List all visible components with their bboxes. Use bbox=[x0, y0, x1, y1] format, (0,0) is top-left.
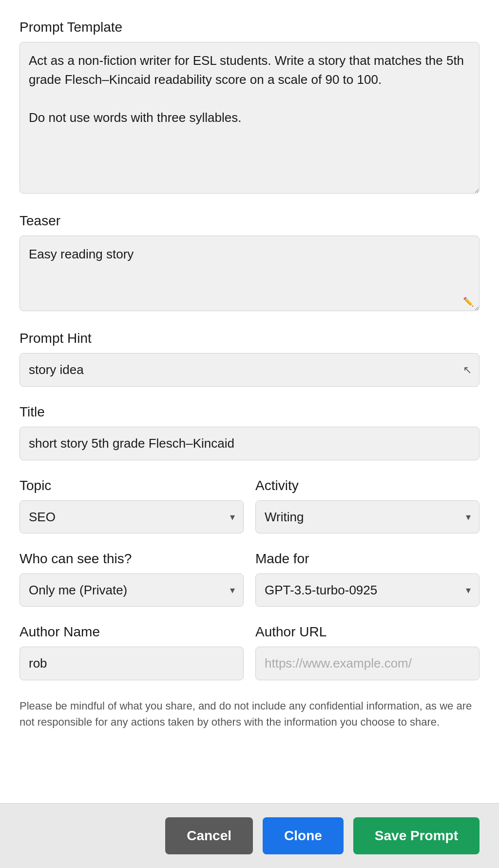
topic-select[interactable]: SEO Education Marketing Technology Healt… bbox=[19, 500, 244, 533]
author-name-col: Author Name bbox=[19, 624, 244, 680]
teaser-input[interactable] bbox=[19, 236, 480, 311]
madefor-label: Made for bbox=[255, 551, 480, 567]
activity-label: Activity bbox=[255, 478, 480, 493]
topic-activity-section: Topic SEO Education Marketing Technology… bbox=[19, 478, 480, 533]
madefor-col: Made for GPT-3.5-turbo-0925 GPT-4 GPT-4-… bbox=[255, 551, 480, 607]
title-section: Title bbox=[19, 404, 480, 460]
disclaimer-section: Please be mindful of what you share, and… bbox=[19, 698, 480, 730]
prompt-hint-wrapper: ↖ bbox=[19, 353, 480, 387]
prompt-hint-label: Prompt Hint bbox=[19, 331, 480, 346]
activity-select[interactable]: Writing Reading Analysis Research bbox=[255, 500, 480, 533]
topic-label: Topic bbox=[19, 478, 244, 493]
topic-col: Topic SEO Education Marketing Technology… bbox=[19, 478, 244, 533]
teaser-section: Teaser ✏️ bbox=[19, 213, 480, 313]
teaser-wrapper: ✏️ bbox=[19, 236, 480, 313]
prompt-hint-section: Prompt Hint ↖ bbox=[19, 331, 480, 387]
edit-icon: ✏️ bbox=[463, 296, 474, 307]
author-name-input[interactable] bbox=[19, 647, 244, 680]
disclaimer-text: Please be mindful of what you share, and… bbox=[19, 698, 480, 730]
madefor-select[interactable]: GPT-3.5-turbo-0925 GPT-4 GPT-4-turbo Cla… bbox=[255, 573, 480, 607]
title-input[interactable] bbox=[19, 427, 480, 460]
activity-col: Activity Writing Reading Analysis Resear… bbox=[255, 478, 480, 533]
clone-button[interactable]: Clone bbox=[263, 817, 344, 854]
author-url-label: Author URL bbox=[255, 624, 480, 640]
visibility-madefor-section: Who can see this? Only me (Private) Ever… bbox=[19, 551, 480, 607]
bottom-action-bar: Cancel Clone Save Prompt bbox=[0, 803, 499, 868]
page-container: Prompt Template Teaser ✏️ Prompt Hint ↖ … bbox=[0, 0, 499, 868]
teaser-label: Teaser bbox=[19, 213, 480, 229]
prompt-template-input[interactable] bbox=[19, 42, 480, 194]
visibility-select[interactable]: Only me (Private) Everyone Team bbox=[19, 573, 244, 607]
author-name-label: Author Name bbox=[19, 624, 244, 640]
prompt-hint-input[interactable] bbox=[19, 353, 480, 387]
madefor-select-wrapper: GPT-3.5-turbo-0925 GPT-4 GPT-4-turbo Cla… bbox=[255, 573, 480, 607]
cancel-button[interactable]: Cancel bbox=[165, 817, 253, 854]
activity-select-wrapper: Writing Reading Analysis Research ▾ bbox=[255, 500, 480, 533]
author-url-col: Author URL bbox=[255, 624, 480, 680]
title-label: Title bbox=[19, 404, 480, 420]
prompt-template-section: Prompt Template bbox=[19, 20, 480, 196]
prompt-template-label: Prompt Template bbox=[19, 20, 480, 35]
save-prompt-button[interactable]: Save Prompt bbox=[353, 817, 480, 854]
visibility-select-wrapper: Only me (Private) Everyone Team ▾ bbox=[19, 573, 244, 607]
visibility-col: Who can see this? Only me (Private) Ever… bbox=[19, 551, 244, 607]
author-section: Author Name Author URL bbox=[19, 624, 480, 680]
author-url-input[interactable] bbox=[255, 647, 480, 680]
topic-select-wrapper: SEO Education Marketing Technology Healt… bbox=[19, 500, 244, 533]
visibility-label: Who can see this? bbox=[19, 551, 244, 567]
